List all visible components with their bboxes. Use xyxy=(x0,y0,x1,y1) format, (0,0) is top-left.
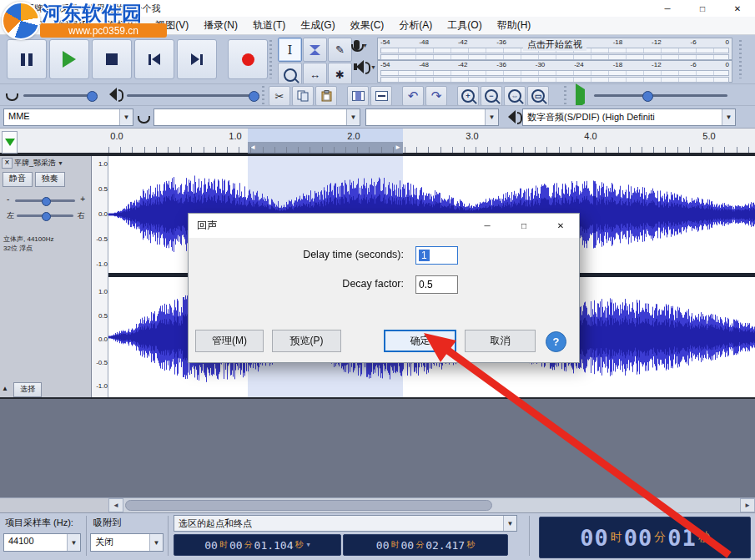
stop-button[interactable] xyxy=(92,39,132,79)
gain-slider[interactable] xyxy=(15,199,75,202)
selection-tool-button[interactable]: I xyxy=(278,38,302,62)
toolbar-grip[interactable] xyxy=(262,86,264,104)
toolbar-grip[interactable] xyxy=(564,86,566,104)
draw-tool-button[interactable]: ✎ xyxy=(328,38,352,62)
horizontal-scrollbar[interactable]: ◄ ► xyxy=(0,497,755,512)
maximize-button[interactable]: □ xyxy=(685,0,720,17)
zoom-in-button[interactable]: + xyxy=(457,86,479,106)
pan-slider[interactable] xyxy=(17,214,73,217)
gain-max-label: + xyxy=(80,194,85,204)
playback-meter-header[interactable]: ▼ xyxy=(354,63,376,70)
selection-start-field[interactable]: 00时 00分 01.104秒 ▼ xyxy=(174,534,341,556)
trim-outside-selection-button[interactable] xyxy=(347,86,369,106)
playback-meter[interactable]: -54-48-42-36-30-24-18-12-60 xyxy=(377,60,732,83)
copy-button[interactable] xyxy=(292,86,314,106)
slider-thumb[interactable] xyxy=(642,91,653,102)
audio-host-combo[interactable]: MME▼ xyxy=(3,108,133,126)
fit-selection-button[interactable]: ⇔ xyxy=(504,86,526,106)
track-menu-arrow-icon[interactable]: ▼ xyxy=(58,160,63,166)
envelope-tool-button[interactable] xyxy=(303,38,327,62)
menu-tools[interactable]: 工具(O) xyxy=(440,17,489,34)
undo-button[interactable]: ↶ xyxy=(402,86,424,106)
timeline-pin-button[interactable] xyxy=(2,131,18,154)
paste-button[interactable] xyxy=(315,86,337,106)
slider-thumb[interactable] xyxy=(249,91,259,102)
menu-file[interactable]: 文件(F) xyxy=(3,17,51,34)
recording-meter-header[interactable]: ▼ xyxy=(354,40,368,50)
menu-generate[interactable]: 生成(G) xyxy=(293,17,342,34)
selection-end-field[interactable]: 00时 00分 02.417秒 xyxy=(343,534,508,556)
playback-volume-slider[interactable] xyxy=(127,94,257,97)
skip-to-end-button[interactable] xyxy=(177,39,217,79)
pan-right-label: 右 xyxy=(78,210,85,221)
menu-effect[interactable]: 效果(C) xyxy=(343,17,392,34)
playback-meter-bar-left xyxy=(380,70,729,76)
decay-factor-input[interactable]: 0.5 xyxy=(415,275,458,294)
monitor-hint-text[interactable]: 点击开始监视 xyxy=(523,38,586,51)
ok-button[interactable]: 确定 xyxy=(384,330,456,352)
window-controls: ─ □ ✕ xyxy=(650,0,755,17)
menu-tracks[interactable]: 轨道(T) xyxy=(245,17,293,34)
playback-speed-slider[interactable] xyxy=(594,94,727,97)
dialog-title-bar[interactable]: 回声 ─ □ ✕ xyxy=(189,214,579,238)
help-button[interactable]: ? xyxy=(546,331,566,352)
track-select-button[interactable]: 选择 xyxy=(13,382,42,397)
recording-channels-combo[interactable]: ▼ xyxy=(365,108,499,126)
menu-help[interactable]: 帮助(H) xyxy=(490,17,539,34)
track-name[interactable]: 平牌_鄂采浩 xyxy=(14,158,56,169)
timeline-ruler[interactable]: ◄ ► 0.0 1.0 2.0 3.0 4.0 5.0 xyxy=(0,128,755,154)
cut-button[interactable]: ✂ xyxy=(269,86,290,106)
dialog-minimize-button[interactable]: ─ xyxy=(469,214,506,238)
toolbar-grip[interactable] xyxy=(269,40,272,78)
menu-select[interactable]: 选择(S) xyxy=(99,17,148,34)
dialog-maximize-button[interactable]: □ xyxy=(506,214,542,238)
undo-icon: ↶ xyxy=(408,88,419,103)
record-icon xyxy=(242,53,254,66)
menu-analyze[interactable]: 分析(A) xyxy=(391,17,440,34)
skip-to-start-button[interactable] xyxy=(134,39,174,79)
menu-view[interactable]: 视图(V) xyxy=(148,17,196,34)
chevron-down-icon[interactable]: ▼ xyxy=(307,542,310,548)
solo-button[interactable]: 独奏 xyxy=(35,172,65,187)
pause-icon xyxy=(21,53,33,66)
playback-device-combo[interactable]: 数字音频(S/PDIF) (High Definiti▼ xyxy=(522,108,736,126)
collapse-track-button[interactable]: ▲ xyxy=(2,385,8,392)
slider-thumb[interactable] xyxy=(42,212,51,221)
toolbar-grip[interactable] xyxy=(739,40,742,78)
fit-project-button[interactable]: ▭ xyxy=(527,86,549,106)
scale-label: -0.5 xyxy=(92,359,108,366)
delay-time-input[interactable]: 1 xyxy=(415,246,458,265)
play-at-speed-button[interactable] xyxy=(576,89,585,104)
zoom-out-button[interactable]: − xyxy=(481,86,502,106)
audio-position-field[interactable]: 00时 00分 01秒 xyxy=(539,517,751,558)
record-button[interactable] xyxy=(228,39,268,79)
manage-button[interactable]: 管理(M) xyxy=(195,330,264,352)
menu-transport[interactable]: 播录(N) xyxy=(196,17,245,34)
echo-dialog[interactable]: 回声 ─ □ ✕ Delay time (seconds): 1 Decay f… xyxy=(188,213,580,363)
snap-combo[interactable]: 关闭▼ xyxy=(90,533,164,552)
minimize-button[interactable]: ─ xyxy=(650,0,685,17)
mute-button[interactable]: 静音 xyxy=(3,172,33,187)
slider-thumb[interactable] xyxy=(42,197,51,206)
menu-edit[interactable]: 编辑(E) xyxy=(51,17,99,34)
recording-meter[interactable]: -54-48-42-36-30-24-18-12-60 点击开始监视 xyxy=(377,38,732,60)
scrollbar-thumb[interactable] xyxy=(125,500,492,511)
track-close-button[interactable]: × xyxy=(2,158,13,169)
preview-button[interactable]: 预览(P) xyxy=(272,330,341,352)
recording-volume-slider[interactable] xyxy=(23,94,95,97)
close-button[interactable]: ✕ xyxy=(720,0,755,17)
silence-selection-button[interactable] xyxy=(370,86,392,106)
dialog-close-button[interactable]: ✕ xyxy=(542,214,579,238)
play-button[interactable] xyxy=(49,39,89,79)
scroll-right-button[interactable]: ► xyxy=(740,498,755,512)
cancel-button[interactable]: 取消 xyxy=(465,330,536,352)
pause-button[interactable] xyxy=(7,39,47,79)
selection-mode-combo[interactable]: 选区的起点和终点▼ xyxy=(174,515,517,532)
track-bottom-border xyxy=(0,397,755,399)
track-control-panel[interactable]: × 平牌_鄂采浩 ▼ 静音 独奏 - + 左 右 立体声, 44100Hz 32… xyxy=(0,156,92,398)
project-rate-combo[interactable]: 44100▼ xyxy=(3,533,81,552)
scroll-left-button[interactable]: ◄ xyxy=(108,498,123,512)
redo-button[interactable]: ↷ xyxy=(425,86,447,106)
recording-device-combo[interactable]: ▼ xyxy=(154,108,360,126)
slider-thumb[interactable] xyxy=(87,91,98,102)
